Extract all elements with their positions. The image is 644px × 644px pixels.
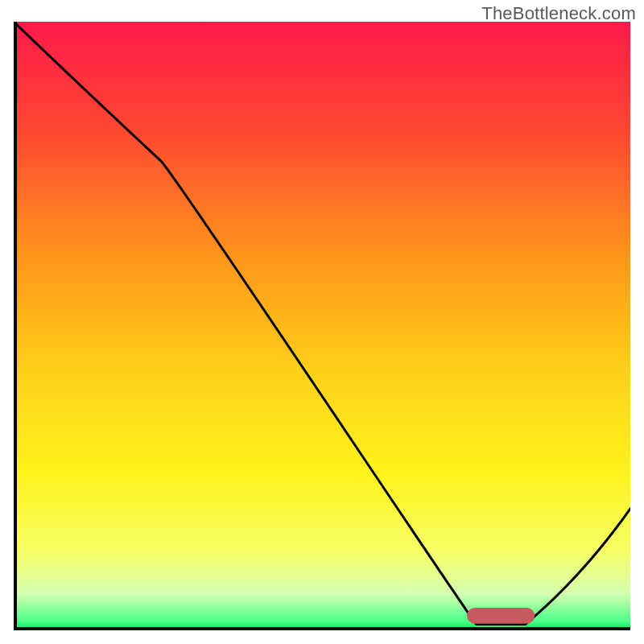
plot-frame bbox=[14, 22, 630, 630]
optimal-range-marker bbox=[467, 608, 535, 624]
plot-background bbox=[14, 22, 630, 630]
x-axis bbox=[14, 627, 630, 630]
chart-container: TheBottleneck.com bbox=[0, 0, 644, 644]
watermark-label: TheBottleneck.com bbox=[481, 3, 636, 24]
y-axis bbox=[14, 22, 17, 630]
plot-svg bbox=[14, 22, 630, 630]
